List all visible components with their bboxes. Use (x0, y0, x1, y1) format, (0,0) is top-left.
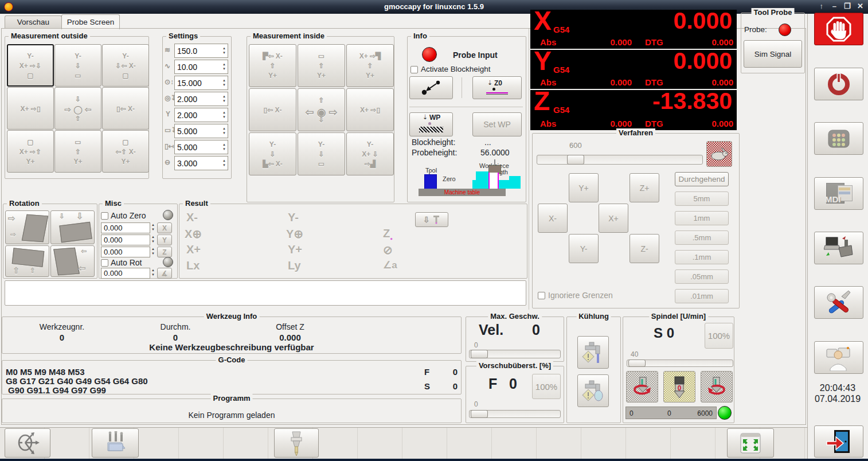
probe-outside-corner-top-left-button[interactable]: Y-X+ ⇨⇩▢ (7, 44, 54, 87)
increment-1mm-button[interactable]: 1mm (675, 211, 729, 225)
probe-outside-edge-right-button[interactable]: ▯⇦ X- (102, 87, 149, 130)
spinner-arrows-icon[interactable]: ▲▼ (221, 62, 228, 71)
spindle-ccw-button[interactable] (626, 371, 658, 403)
spindle-stop-button[interactable]: 0 (663, 371, 695, 403)
misc-y-input[interactable]: 0.000 (101, 235, 150, 245)
probe-z0-button[interactable]: ⇣ Z0 (472, 76, 522, 99)
misc-x-input[interactable]: 0.000 (101, 222, 150, 233)
probe-wp-button[interactable]: ⇣ WP (409, 112, 453, 136)
spinner-arrows-icon[interactable]: ▲▼ (221, 79, 228, 87)
spinner-arrows-icon[interactable]: ▲▼ (221, 143, 228, 151)
tab-probe-screen[interactable]: Probe Screen (61, 14, 120, 29)
tool-probe-height-input[interactable]: 3.000▲▼ (174, 156, 228, 170)
window-up-button[interactable]: ↑ (816, 2, 827, 10)
window-minimize-button[interactable]: – (829, 2, 840, 10)
increment-5mm-button[interactable]: 5mm (675, 192, 729, 206)
activate-blockheight-checkbox[interactable] (410, 66, 418, 73)
rotate-top-down-button[interactable]: ⇩ ⇩ (50, 210, 95, 244)
probe-inside-corner-top-left-button[interactable]: ▛⇦ X-⇧Y+ (249, 44, 296, 87)
exit-button[interactable] (814, 425, 863, 458)
dro-axis-x[interactable]: X G54 0.000 Abs 0.000 DTG 0.000 (530, 10, 737, 49)
probe-vector-button[interactable] (409, 76, 453, 99)
window-maximize-button[interactable]: ❐ (842, 2, 853, 10)
probe-outside-center-button[interactable]: ⇩⇨ ◯ ⇦⇧ (54, 87, 101, 130)
probe-inside-edge-left-button[interactable]: ▯⇦ X- (249, 88, 296, 131)
edge-length-input[interactable]: 5.000▲▼ (174, 140, 228, 154)
probe-inside-hole-center-button[interactable]: ⇧⇦ ◉ ⇨⇩ (298, 88, 345, 131)
misc-z-input[interactable]: 0.000 (101, 247, 150, 257)
spinner-arrows-icon[interactable]: ▲▼ (221, 95, 228, 103)
window-close-button[interactable]: ✕ (855, 2, 866, 10)
spindle-override-100-button[interactable]: 100% (705, 323, 733, 349)
rotate-bottom-up-button[interactable]: ⇧ ⇧ (5, 245, 49, 277)
save-result-button[interactable]: ⇩ (415, 212, 448, 227)
probe-inside-edge-bottom-button[interactable]: Y-⇩▭ (298, 132, 345, 175)
rotate-front-right-button[interactable]: ⇦ ⇦ (50, 245, 95, 277)
tab-vorschau[interactable]: Vorschau (5, 15, 62, 29)
probe-outside-edge-left-button[interactable]: X+ ⇨▯ (7, 87, 54, 130)
rotate-front-left-button[interactable]: ⇨ ⇨ (5, 210, 49, 244)
probe-tip-diameter-input[interactable]: 2.000▲▼ (174, 108, 228, 122)
jog-z-plus-button[interactable]: Z+ (630, 173, 659, 202)
spindle-override-slider-handle[interactable] (628, 360, 646, 367)
dro-axis-z[interactable]: Z G54 -13.830 Abs 0.000 DTG 0.000 (530, 90, 737, 130)
tooledit-button[interactable] (814, 122, 863, 155)
increment-continuous-button[interactable]: Durchgehend (675, 172, 729, 186)
increment-001mm-button[interactable]: .01mm (675, 289, 729, 303)
set-angle-button[interactable]: ∡ (157, 268, 172, 279)
flood-coolant-button[interactable] (577, 336, 609, 369)
ignore-limits-checkbox[interactable] (538, 292, 545, 299)
spindle-cw-button[interactable] (701, 371, 733, 403)
probe-inside-edge-right-button[interactable]: X+ ⇨▯ (346, 88, 394, 131)
auto-zero-checkbox[interactable] (101, 212, 108, 220)
set-y-button[interactable]: Y (157, 235, 172, 245)
probe-velocity-input[interactable]: 10.00▲▼ (174, 60, 228, 74)
feed-override-100-button[interactable]: 100% (532, 374, 561, 399)
probe-outside-edge-top-button[interactable]: Y-⇩▭ (54, 44, 101, 87)
set-wp-button[interactable]: Set WP (472, 112, 522, 136)
probe-inside-edge-top-button[interactable]: ▭⇧Y+ (298, 44, 345, 87)
mist-coolant-button[interactable] (577, 374, 609, 407)
auto-rot-checkbox[interactable] (101, 259, 108, 267)
spinner-arrows-icon[interactable]: ▲▼ (151, 222, 155, 232)
feed-override-slider[interactable] (469, 410, 561, 418)
increment-01mm-button[interactable]: .1mm (675, 250, 729, 264)
vel-slider-handle[interactable] (471, 350, 488, 358)
jog-speed-slider-handle[interactable] (567, 155, 584, 165)
spinner-arrows-icon[interactable]: ▲▼ (151, 247, 155, 256)
sim-signal-button[interactable]: Sim Signal (744, 40, 802, 68)
tool-measure-button[interactable] (274, 428, 319, 458)
fullscreen-button[interactable] (727, 428, 774, 458)
dro-axis-y[interactable]: Y G54 0.000 Abs 0.000 DTG 0.000 (530, 50, 737, 89)
max-probe-distance-input[interactable]: 15.000▲▼ (174, 76, 228, 90)
latch-return-distance-input[interactable]: 2.000▲▼ (174, 92, 228, 106)
spindle-override-slider[interactable] (627, 360, 733, 367)
spinner-arrows-icon[interactable]: ▲▼ (221, 159, 228, 167)
mdi-button[interactable]: MDI (814, 177, 863, 210)
jog-x-plus-button[interactable]: X+ (599, 204, 628, 233)
misc-rotation-input[interactable]: 0.000 (101, 268, 150, 279)
settings-button[interactable] (814, 286, 863, 319)
increment-05mm-button[interactable]: .5mm (675, 230, 729, 245)
probe-inside-corner-top-right-button[interactable]: X+ ⇨▜⇧Y+ (346, 44, 394, 87)
vel-slider[interactable] (469, 350, 561, 358)
spinner-arrows-icon[interactable]: ▲▼ (221, 111, 228, 119)
spinner-arrows-icon[interactable]: ▲▼ (221, 127, 228, 135)
touch-off-button[interactable] (5, 428, 50, 458)
jog-y-minus-button[interactable]: Y- (569, 234, 599, 263)
probe-inside-corner-bottom-right-button[interactable]: Y-X+ ⇩⇨▟ (346, 132, 394, 175)
increment-005mm-button[interactable]: .05mm (675, 269, 729, 284)
blockheight-edit-button[interactable] (92, 428, 139, 458)
set-z-button[interactable]: Z (157, 247, 172, 257)
estop-button[interactable] (814, 13, 863, 45)
z-clearance-input[interactable]: 5.000▲▼ (174, 124, 228, 138)
probe-outside-corner-bottom-right-button[interactable]: ▢⇦⇧ X-Y+ (102, 130, 149, 173)
message-entry[interactable] (5, 280, 526, 306)
jog-speed-slider[interactable] (537, 155, 703, 165)
search-velocity-input[interactable]: 150.0▲▼ (174, 44, 228, 58)
set-x-button[interactable]: X (157, 222, 172, 233)
user-settings-button[interactable] (814, 341, 863, 374)
spinner-arrows-icon[interactable]: ▲▼ (151, 268, 155, 278)
probe-inside-corner-bottom-left-button[interactable]: Y-⇩▙⇦ X- (249, 132, 296, 175)
spinner-arrows-icon[interactable]: ▲▼ (151, 235, 155, 244)
